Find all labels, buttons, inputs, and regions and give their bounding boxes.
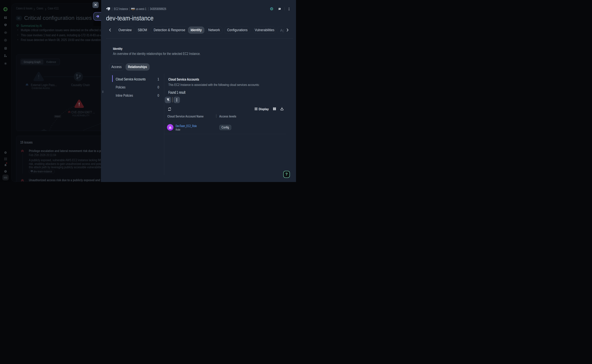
svg-text:?: ? — [5, 170, 6, 172]
